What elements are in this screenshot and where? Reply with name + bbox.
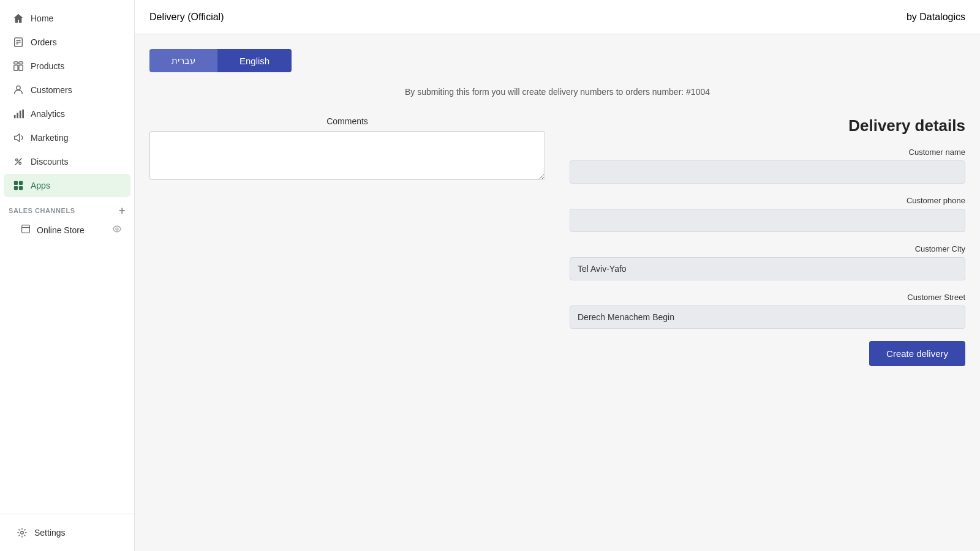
comments-section: Comments (149, 116, 545, 182)
online-store-visibility-icon[interactable] (112, 224, 122, 236)
svg-rect-7 (19, 62, 23, 64)
customer-phone-input[interactable] (570, 209, 965, 232)
customer-phone-label: Customer phone (570, 196, 965, 205)
svg-rect-6 (14, 62, 18, 64)
svg-rect-4 (14, 65, 18, 70)
delivery-form: Comments Delivery details Customer name … (149, 116, 965, 366)
discounts-icon (12, 156, 24, 168)
svg-rect-19 (19, 186, 23, 190)
hebrew-language-button[interactable]: עברית (149, 49, 217, 72)
sidebar: Home Orders Products Customers Analytics (0, 0, 135, 551)
add-sales-channel-button[interactable]: + (119, 205, 126, 216)
analytics-icon (12, 108, 24, 120)
topbar-title: Delivery (Official) (149, 12, 224, 23)
customer-city-field-group: Customer City (570, 244, 965, 280)
customer-city-label: Customer City (570, 244, 965, 253)
language-toggle: עברית English (149, 49, 965, 72)
svg-rect-12 (22, 110, 24, 118)
sidebar-item-analytics[interactable]: Analytics (4, 102, 130, 126)
customer-name-label: Customer name (570, 148, 965, 157)
svg-rect-18 (14, 186, 18, 190)
customer-name-input[interactable] (570, 160, 965, 184)
section-title: Delivery details (570, 116, 965, 135)
svg-rect-5 (19, 65, 23, 70)
sidebar-item-discounts[interactable]: Discounts (4, 150, 130, 173)
sidebar-item-marketing[interactable]: Marketing (4, 126, 130, 149)
svg-point-14 (19, 162, 21, 165)
apps-icon (12, 179, 24, 192)
content-area: עברית English By submiting this form you… (135, 34, 980, 551)
customer-street-input[interactable] (570, 305, 965, 329)
svg-rect-17 (19, 181, 23, 185)
orders-icon (12, 36, 24, 48)
customer-city-input[interactable] (570, 257, 965, 280)
svg-rect-11 (20, 111, 21, 119)
products-icon (12, 60, 24, 72)
svg-rect-9 (14, 115, 16, 118)
svg-rect-16 (14, 181, 18, 185)
marketing-icon (12, 132, 24, 144)
customer-name-field-group: Customer name (570, 148, 965, 184)
sidebar-nav: Home Orders Products Customers Analytics (0, 0, 134, 514)
delivery-details-section: Delivery details Customer name Customer … (570, 116, 965, 366)
comments-label: Comments (149, 116, 545, 126)
svg-point-21 (116, 228, 118, 230)
main-content: Delivery (Official) by Datalogics עברית … (135, 0, 980, 551)
sales-channels-section: SALES CHANNELS + (0, 198, 134, 219)
sidebar-item-home[interactable]: Home (4, 7, 130, 30)
english-language-button[interactable]: English (217, 49, 292, 72)
sidebar-item-customers[interactable]: Customers (4, 78, 130, 102)
customers-icon (12, 84, 24, 96)
sidebar-item-products[interactable]: Products (4, 54, 130, 78)
topbar-attribution: by Datalogics (907, 12, 965, 23)
create-delivery-button[interactable]: Create delivery (869, 341, 965, 366)
sidebar-item-orders[interactable]: Orders (4, 31, 130, 54)
comments-textarea[interactable] (149, 131, 545, 180)
svg-point-8 (17, 86, 20, 89)
customer-street-label: Customer Street (570, 293, 965, 302)
home-icon (12, 12, 24, 24)
form-subtitle: By submiting this form you will create d… (149, 87, 965, 97)
sidebar-item-apps[interactable]: Apps (4, 174, 130, 197)
svg-point-22 (21, 531, 24, 534)
svg-rect-20 (22, 225, 30, 233)
online-store-icon (21, 224, 31, 236)
topbar: Delivery (Official) by Datalogics (135, 0, 980, 34)
sidebar-item-online-store[interactable]: Online Store (4, 219, 130, 241)
sidebar-bottom: Settings (0, 514, 134, 551)
sidebar-item-settings[interactable]: Settings (7, 521, 127, 544)
customer-phone-field-group: Customer phone (570, 196, 965, 232)
svg-point-13 (16, 159, 18, 162)
settings-icon (16, 527, 28, 539)
svg-rect-10 (17, 113, 18, 118)
customer-street-field-group: Customer Street (570, 293, 965, 329)
